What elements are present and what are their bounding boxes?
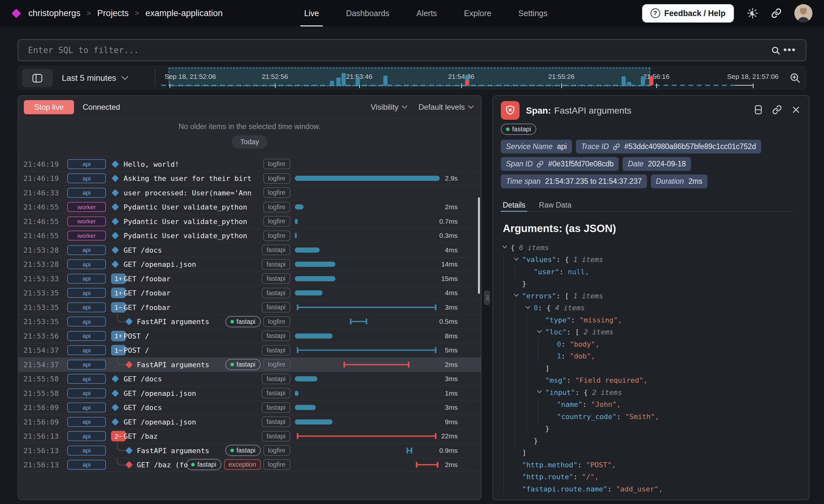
time-range-selector[interactable]: Last 5 minutes	[62, 66, 128, 90]
row-duration-bar-zone	[295, 286, 440, 300]
stop-live-button[interactable]: Stop live	[24, 100, 74, 114]
trace-row[interactable]: 21:56:13apiGET /baz (fofastapiexceptionl…	[18, 458, 481, 472]
visibility-dropdown[interactable]: Visibility	[371, 103, 408, 112]
time-range-label: Last 5 minutes	[62, 73, 116, 83]
scope-tag-label: fastapi	[236, 318, 255, 325]
feedback-help-button[interactable]: ? Feedback / Help	[642, 4, 734, 22]
collapse-caret-icon[interactable]	[537, 329, 542, 335]
nav-tab-live[interactable]: Live	[304, 0, 319, 26]
indent-guide	[527, 338, 527, 350]
span-diamond-icon	[112, 261, 119, 268]
json-line-content: ]	[545, 364, 549, 372]
trace-row[interactable]: 21:56:13api2−GET /bazfastapi22ms	[18, 429, 481, 443]
sql-filter-input[interactable]	[28, 40, 755, 61]
copy-link-icon[interactable]	[772, 105, 782, 115]
error-shield-icon	[501, 101, 519, 120]
row-duration: 4ms	[423, 246, 458, 254]
chip-link-icon[interactable]	[609, 143, 620, 150]
nav-tab-dashboards[interactable]: Dashboards	[346, 0, 390, 26]
row-timestamp: 21:46:19	[23, 175, 59, 183]
trace-row[interactable]: 21:46:33apiuser processed: User(name='An…	[18, 185, 481, 200]
panel-resize-handle[interactable]: ⣿	[484, 291, 490, 305]
breadcrumb-item[interactable]: example-application	[145, 8, 223, 18]
chevron-down-icon	[468, 105, 474, 109]
nav-tab-settings[interactable]: Settings	[518, 0, 547, 26]
row-timestamp: 21:56:13	[23, 461, 59, 469]
collapse-caret-icon[interactable]	[502, 244, 507, 250]
chip-link-icon[interactable]	[533, 161, 544, 168]
row-tags: logfire	[192, 172, 290, 186]
arguments-heading: Arguments: (as JSON)	[503, 222, 616, 235]
attribute-value: 21:54:37.235 to 21:54:37.237	[545, 177, 642, 186]
trace-row[interactable]: 21:46:55workerPydantic User validate_pyt…	[18, 228, 481, 243]
search-icon[interactable]	[771, 46, 781, 57]
chevron-down-icon	[121, 76, 128, 81]
json-line-content: "country_code": "Smith",	[557, 412, 659, 420]
row-tags: fastapiexceptionlogfire	[192, 458, 290, 472]
share-link-icon[interactable]	[771, 8, 782, 18]
service-tag-api: api	[67, 431, 106, 441]
split-view-icon[interactable]	[754, 105, 762, 115]
timeline-tick-label: Sep 18, 21:57:06	[727, 73, 779, 81]
scrollbar-thumb[interactable]	[478, 197, 480, 294]
row-duration-bar-zone	[295, 272, 440, 286]
trace-row[interactable]: 21:53:28apiGET /openapi.jsonfastapi14ms	[18, 257, 481, 272]
indent-guide	[538, 350, 538, 363]
theme-toggle-icon[interactable]	[747, 7, 758, 19]
indent-guide	[503, 423, 504, 435]
nav-tab-alerts[interactable]: Alerts	[416, 0, 437, 26]
sidebar-toggle-button[interactable]	[22, 69, 53, 87]
row-duration: 3ms	[423, 303, 458, 311]
trace-row[interactable]: 21:53:35api1+GET /foobarfastapi4ms	[18, 286, 481, 300]
logfire-logo-icon[interactable]	[12, 9, 21, 18]
timeline-selection-window[interactable]	[169, 68, 650, 86]
status-dot-icon	[230, 320, 234, 323]
trace-row[interactable]: 21:53:33api1+GET /foobarfastapi15ms	[18, 271, 481, 286]
trace-row[interactable]: 21:55:58apiGET /docsfastapi3ms	[18, 372, 481, 386]
trace-row[interactable]: 21:46:19apiAsking the user for their bir…	[18, 171, 481, 186]
breadcrumb-item[interactable]: christophergs	[28, 8, 81, 18]
indent-guide	[527, 398, 527, 411]
today-button[interactable]: Today	[232, 135, 268, 149]
json-token: "missing",	[579, 316, 622, 324]
duration-bar	[295, 176, 440, 181]
duration-bar	[295, 376, 317, 381]
trace-row[interactable]: 21:46:55workerPydantic User validate_pyt…	[18, 214, 481, 228]
trace-row[interactable]: 21:53:28apiGET /docsfastapi4ms	[18, 243, 481, 257]
nav-tab-explore[interactable]: Explore	[464, 0, 492, 26]
trace-row[interactable]: 21:46:19apiHello, world!logfire	[18, 157, 481, 171]
trace-row[interactable]: 21:53:35apiFastAPI argumentsfastapilogfi…	[18, 314, 481, 329]
scope-tag-fastapi: fastapi	[262, 273, 290, 284]
json-viewer: { 6 items"values": { 1 items"user": null…	[503, 241, 806, 495]
trace-row[interactable]: 21:53:35api1−GET /foobarfastapi3ms	[18, 300, 481, 314]
trace-row[interactable]: 21:54:37api1−POST /fastapi5ms	[18, 343, 481, 358]
attribute-value: #0e31f5fd70e08cdb	[548, 160, 614, 168]
timeline-tick	[656, 83, 657, 88]
trace-row[interactable]: 21:56:09apiGET /openapi.jsonfastapi9ms	[18, 414, 481, 429]
trace-row[interactable]: 21:55:58apiGET /openapi.jsonfastapi1ms	[18, 386, 481, 400]
span-diamond-icon	[112, 160, 119, 168]
close-icon[interactable]	[792, 105, 801, 114]
trace-row[interactable]: 21:46:55workerPydantic User validate_pyt…	[18, 200, 481, 214]
timeline-zoom-in-icon[interactable]	[789, 72, 801, 85]
trace-row[interactable]: 21:54:37apiFastAPI argumentsfastapilogfi…	[18, 357, 481, 372]
timeline-tick	[461, 83, 462, 88]
indent-guide	[527, 350, 527, 363]
collapse-caret-icon[interactable]	[514, 293, 519, 298]
filter-more-options-icon[interactable]: •••	[783, 44, 796, 56]
timeline-end-line	[735, 85, 753, 86]
trace-row[interactable]: 21:53:56api1+POST /fastapi8ms	[18, 329, 481, 343]
collapse-caret-icon[interactable]	[525, 305, 530, 311]
default-levels-dropdown[interactable]: Default levels	[418, 103, 474, 112]
breadcrumb-item[interactable]: Projects	[97, 8, 129, 18]
collapse-caret-icon[interactable]	[537, 389, 542, 395]
indent-guide	[515, 314, 515, 326]
tab-details[interactable]: Details	[503, 199, 525, 211]
user-avatar[interactable]	[794, 4, 812, 22]
trace-row[interactable]: 21:56:09apiGET /docsfastapi3ms	[18, 400, 481, 415]
tab-raw-data[interactable]: Raw Data	[539, 199, 571, 211]
collapse-caret-icon[interactable]	[514, 257, 519, 262]
indent-guide	[503, 278, 504, 290]
json-token: 2 items	[592, 388, 622, 396]
trace-row[interactable]: 21:56:13apiFastAPI argumentsfastapilogfi…	[18, 443, 481, 458]
